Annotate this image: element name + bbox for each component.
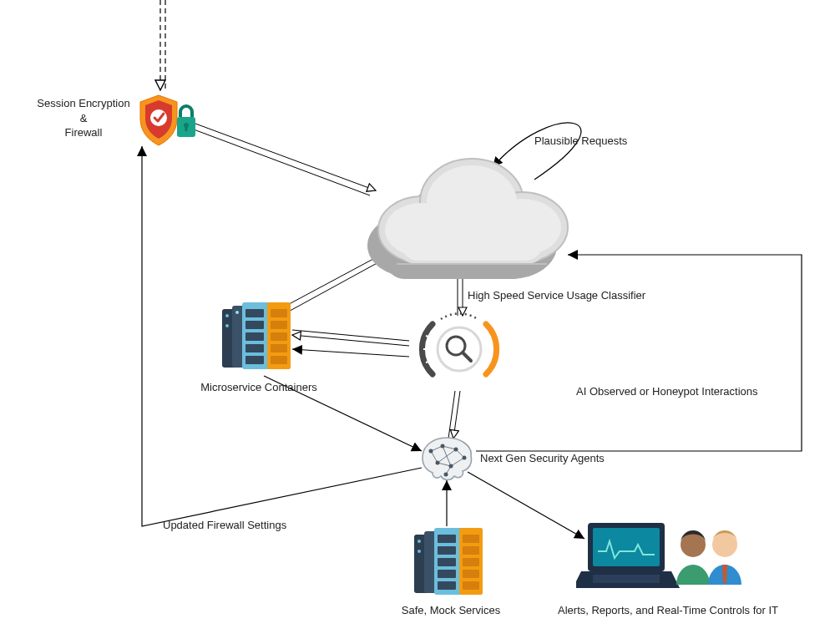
svg-point-65 bbox=[441, 444, 445, 449]
laptop-users-icon bbox=[576, 518, 743, 601]
svg-line-8 bbox=[292, 349, 409, 357]
svg-point-35 bbox=[438, 327, 481, 371]
svg-line-3 bbox=[195, 124, 376, 190]
svg-rect-42 bbox=[245, 309, 264, 317]
svg-line-12 bbox=[453, 391, 460, 439]
svg-rect-48 bbox=[271, 321, 287, 329]
svg-point-67 bbox=[463, 456, 467, 460]
svg-rect-89 bbox=[593, 575, 660, 583]
svg-line-7 bbox=[292, 335, 409, 346]
svg-point-54 bbox=[235, 311, 239, 314]
ai-brain-label: Next Gen Security Agents bbox=[480, 451, 647, 466]
svg-rect-49 bbox=[271, 332, 287, 341]
svg-point-66 bbox=[454, 448, 458, 452]
svg-point-16 bbox=[150, 109, 167, 126]
firewall-shield-icon bbox=[134, 90, 200, 149]
svg-point-64 bbox=[429, 449, 433, 454]
svg-line-2 bbox=[194, 129, 370, 195]
svg-rect-81 bbox=[463, 546, 479, 555]
svg-line-11 bbox=[448, 391, 455, 439]
svg-rect-46 bbox=[245, 356, 264, 364]
svg-rect-80 bbox=[463, 535, 479, 543]
microservices-icon bbox=[217, 301, 296, 376]
svg-point-70 bbox=[444, 473, 448, 477]
microservices-label: Microservice Containers bbox=[192, 380, 326, 395]
svg-point-53 bbox=[225, 324, 229, 327]
svg-rect-84 bbox=[463, 581, 479, 590]
laptop-users-label: Alerts, Reports, and Real-Time Controls … bbox=[543, 603, 793, 618]
svg-rect-75 bbox=[438, 535, 456, 543]
svg-rect-43 bbox=[245, 321, 264, 329]
svg-point-52 bbox=[225, 314, 229, 317]
svg-rect-79 bbox=[438, 581, 456, 590]
svg-point-68 bbox=[436, 461, 440, 465]
svg-rect-44 bbox=[245, 332, 264, 341]
svg-rect-83 bbox=[463, 570, 479, 578]
cloud-icon bbox=[359, 150, 576, 284]
svg-point-69 bbox=[449, 464, 453, 469]
firewall-update-label: Updated Firewall Settings bbox=[163, 518, 330, 533]
honeypot-label: AI Observed or Honeypot Interactions bbox=[576, 384, 810, 399]
classifier-label: High Speed Service Usage Classifier bbox=[468, 288, 685, 303]
svg-rect-47 bbox=[271, 309, 287, 317]
safe-mock-label: Safe, Mock Services bbox=[392, 603, 509, 618]
safe-mock-services-icon bbox=[409, 526, 488, 601]
ai-brain-icon bbox=[418, 434, 476, 483]
classifier-icon bbox=[409, 307, 509, 391]
svg-point-86 bbox=[418, 550, 421, 553]
svg-rect-78 bbox=[438, 570, 456, 578]
svg-rect-77 bbox=[438, 558, 456, 566]
svg-rect-88 bbox=[593, 528, 660, 566]
svg-rect-76 bbox=[438, 546, 456, 555]
svg-rect-45 bbox=[245, 344, 264, 352]
svg-rect-82 bbox=[463, 558, 479, 566]
svg-point-91 bbox=[712, 532, 737, 557]
svg-rect-31 bbox=[401, 226, 543, 261]
svg-point-85 bbox=[418, 540, 421, 543]
svg-rect-19 bbox=[185, 125, 188, 131]
firewall-label: Session Encryption & Firewall bbox=[29, 96, 138, 140]
plausible-requests-label: Plausible Requests bbox=[534, 134, 685, 149]
svg-rect-51 bbox=[271, 356, 287, 364]
svg-rect-50 bbox=[271, 344, 287, 352]
svg-line-6 bbox=[292, 330, 409, 341]
